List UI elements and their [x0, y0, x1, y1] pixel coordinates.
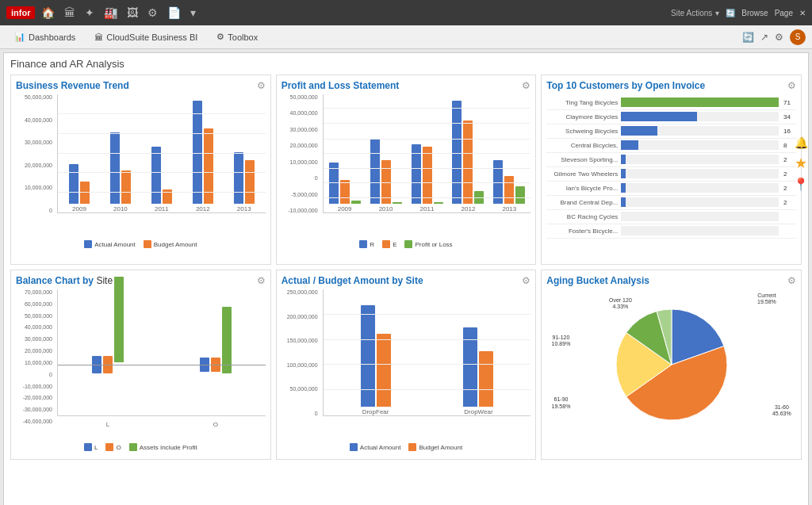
- home-icon[interactable]: 🏠: [41, 6, 55, 19]
- bar-group-pl-2011: 2011: [409, 144, 446, 212]
- notification-icon[interactable]: 🔔: [793, 135, 809, 151]
- dashboard-tab-label: Dashboards: [29, 33, 75, 42]
- bar-l-neg-2[interactable]: [200, 362, 209, 372]
- customer-name: BC Racing Cycles: [546, 213, 618, 220]
- customer-name: Steveson Sporting...: [546, 156, 618, 163]
- bar-assets-pos-2[interactable]: [222, 307, 232, 362]
- top10-chart: Ting Tang Bicycles71Claymore Bicycles34S…: [546, 94, 796, 243]
- bar-l-pos[interactable]: [92, 356, 102, 362]
- star-icon[interactable]: ★: [793, 155, 809, 171]
- balance-group-1: L: [66, 277, 150, 428]
- budget-dropfear[interactable]: [377, 334, 391, 407]
- actual-bar-2011[interactable]: [151, 147, 161, 204]
- top-bar-right: Site Actions ▾ 🔄 Browse Page ✕: [671, 9, 806, 17]
- customer-bar-fill[interactable]: [621, 140, 638, 150]
- bar-assets-pos[interactable]: [114, 277, 124, 362]
- sun-icon[interactable]: ✦: [85, 6, 94, 19]
- factory-icon[interactable]: 🏭: [104, 6, 117, 19]
- actual-bar-2010[interactable]: [110, 132, 120, 204]
- legend-profit-box: [404, 240, 412, 248]
- tab-dashboards[interactable]: 📊 Dashboards: [6, 29, 83, 45]
- grid-line: [324, 314, 531, 315]
- x-label-2011: 2011: [155, 205, 169, 212]
- divider: [546, 152, 796, 153]
- customer-bar-fill[interactable]: [621, 169, 626, 178]
- customer-bar-track: [621, 169, 779, 178]
- label-91-120: 91-12010.89%: [552, 335, 571, 348]
- zero-line: [58, 365, 266, 365]
- pin-icon[interactable]: 📍: [793, 176, 809, 192]
- balance-chart-gear[interactable]: ⚙: [257, 275, 266, 286]
- customer-row: BC Racing Cycles: [546, 212, 796, 221]
- bar-o-neg-2[interactable]: [211, 362, 220, 372]
- close-icon[interactable]: ✕: [799, 9, 806, 17]
- x-label-2010: 2010: [113, 205, 128, 212]
- tab-bar: 📊 Dashboards 🏛 CloudSuite Business BI ⚙ …: [0, 25, 812, 49]
- user-avatar[interactable]: S: [790, 29, 806, 45]
- tab-cloudsuite[interactable]: 🏛 CloudSuite Business BI: [86, 29, 205, 45]
- page-label[interactable]: Page: [775, 9, 793, 17]
- customer-bar-fill[interactable]: [621, 112, 696, 121]
- aging-bucket-panel: Aging Bucket Analysis ⚙ Current19.58% 31…: [541, 270, 802, 460]
- legend-budget-box: [144, 240, 151, 248]
- profit-loss-panel: Profit and Loss Statement ⚙ 50,000,000 4…: [276, 75, 537, 265]
- aging-bucket-title: Aging Bucket Analysis: [546, 275, 649, 286]
- bars-row: [61, 164, 98, 204]
- site-actions-label[interactable]: Site Actions ▾: [671, 9, 719, 17]
- legend-actual-budget-box: [350, 443, 358, 451]
- bars-above-2: [200, 277, 232, 362]
- cloudsuite-tab-label: CloudSuite Business BI: [106, 33, 197, 42]
- browse-label[interactable]: Browse: [741, 9, 768, 17]
- actual-bar-2009[interactable]: [69, 164, 79, 204]
- actual-bar-2013[interactable]: [234, 152, 243, 204]
- export-icon[interactable]: ↗: [760, 32, 768, 43]
- bar-group-dropfear: DropFear: [327, 305, 425, 415]
- top10-gear[interactable]: ⚙: [787, 80, 796, 91]
- customer-name: Claymore Bicycles: [546, 113, 618, 121]
- refresh-tab-icon[interactable]: 🔄: [742, 32, 754, 43]
- customer-bar-fill[interactable]: [621, 126, 657, 136]
- divider: [546, 224, 796, 224]
- customer-row: Schweing Bicycles16: [546, 126, 796, 136]
- bar-group-2009: 2009: [61, 164, 98, 212]
- customer-row: Gilmore Two Wheelers2: [546, 169, 796, 178]
- legend-r: R: [359, 240, 374, 248]
- dropdown-arrow[interactable]: ▾: [190, 6, 196, 19]
- business-revenue-gear[interactable]: ⚙: [257, 80, 266, 91]
- customer-bar-fill[interactable]: [621, 183, 626, 193]
- customer-bar-fill[interactable]: [621, 98, 779, 107]
- actual-dropfear[interactable]: [361, 305, 375, 407]
- bars-below: [92, 362, 124, 419]
- bar-l-neg[interactable]: [92, 362, 102, 373]
- legend-o-box: [105, 443, 113, 451]
- grid-line: [58, 113, 266, 114]
- customer-bar-fill[interactable]: [621, 155, 626, 164]
- bar-o-pos[interactable]: [103, 356, 113, 362]
- bars-row: [102, 132, 139, 204]
- bank-icon[interactable]: 🏛: [64, 6, 75, 19]
- top-nav-icons: 🏠 🏛 ✦ 🏭 🖼 ⚙ 📄 ▾: [41, 6, 196, 19]
- customer-name: Central Bicycles,: [546, 142, 618, 149]
- profit-loss-gear[interactable]: ⚙: [522, 80, 530, 91]
- budget-amount-chart: 250,000,000 200,000,000 150,000,000 100,…: [282, 289, 531, 440]
- divider: [546, 195, 796, 196]
- legend-budget: Budget Amount: [144, 240, 197, 248]
- budget-dropwear[interactable]: [479, 351, 493, 407]
- bar-group-2013: 2013: [226, 152, 262, 212]
- legend-l: L: [84, 443, 98, 451]
- bar-assets-neg-2[interactable]: [222, 362, 232, 373]
- doc-icon[interactable]: 📄: [167, 6, 181, 19]
- budget-bar-2013[interactable]: [245, 160, 255, 204]
- image-icon[interactable]: 🖼: [127, 6, 138, 19]
- tab-toolbox[interactable]: ⚙ Toolbox: [209, 29, 266, 45]
- gear-icon[interactable]: ⚙: [147, 6, 158, 19]
- bar-o-neg[interactable]: [103, 362, 113, 373]
- customer-bar-track: [621, 183, 779, 193]
- budget-amount-gear[interactable]: ⚙: [522, 275, 530, 286]
- budget-bar-2010[interactable]: [121, 170, 131, 204]
- settings-tab-icon[interactable]: ⚙: [775, 32, 783, 43]
- budget-bars-container: DropFear DropWear: [323, 289, 531, 416]
- customer-bar-fill[interactable]: [621, 197, 626, 207]
- refresh-icon[interactable]: 🔄: [726, 9, 735, 17]
- aging-bucket-gear[interactable]: ⚙: [787, 275, 796, 286]
